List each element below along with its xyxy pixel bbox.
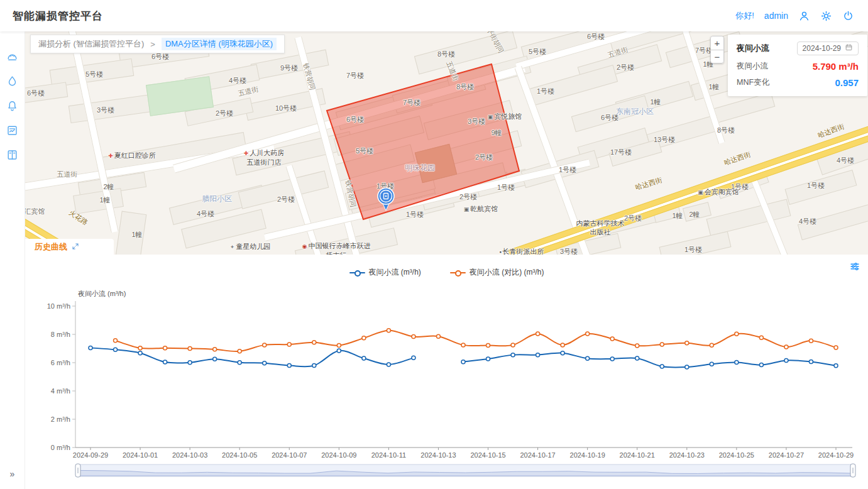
svg-text:夜间小流 (m³/h): 夜间小流 (m³/h)	[78, 290, 126, 297]
map-label: 腊阳小区	[202, 194, 232, 204]
sidebar: »	[0, 31, 25, 489]
map-label: ▣宾悦旅馆	[488, 112, 522, 121]
legend-item-0[interactable]: 夜间小流 (m³/h)	[349, 267, 421, 278]
app-title: 智能漏损管控平台	[13, 9, 103, 23]
settings-icon[interactable]	[820, 10, 832, 22]
svg-text:4 m³/h: 4 m³/h	[51, 387, 70, 395]
svg-text:2024-10-15: 2024-10-15	[470, 451, 505, 459]
breadcrumb-current[interactable]: DMA分区详情 (明珠花园小区)	[162, 38, 277, 50]
map-label: 2幢	[689, 210, 700, 219]
svg-text:2024-10-05: 2024-10-05	[222, 451, 257, 459]
mnf-label: MNF变化	[737, 77, 769, 88]
map-zoom-in-button[interactable]: +	[710, 36, 724, 50]
map-label: 13号楼	[654, 135, 675, 144]
svg-text:2024-10-11: 2024-10-11	[371, 451, 406, 459]
svg-text:2024-10-07: 2024-10-07	[272, 451, 307, 459]
map-label: 8号楼	[437, 50, 455, 58]
svg-text:2024-10-19: 2024-10-19	[570, 451, 605, 459]
map-label: 3号楼	[97, 106, 114, 114]
flow-value: 5.790 m³/h	[813, 61, 859, 72]
map-label: 五道街	[57, 170, 78, 179]
map-label: 8号楼	[717, 126, 735, 135]
sidebar-item-records[interactable]	[5, 147, 20, 162]
history-chart-section: 夜间小流 (m³/h)夜间小流 (对比) (m³/h) 0 m³/h2 m³/h…	[25, 255, 868, 489]
sidebar-item-alerts[interactable]	[5, 98, 20, 113]
breadcrumb-separator: >	[150, 40, 155, 49]
map-marker-pin[interactable]	[375, 187, 397, 216]
map-label: 1幢	[672, 211, 683, 220]
map-label: 3号楼	[560, 247, 578, 255]
map-label: 9幢	[491, 128, 502, 137]
map-label: 1号楼	[559, 165, 576, 174]
map-label: 3号楼	[468, 117, 485, 126]
map-label: 2号楼	[624, 214, 642, 223]
breadcrumb-parent[interactable]: 漏损分析 (智信漏损管控平台)	[38, 38, 144, 50]
legend-item-1[interactable]: 夜间小流 (对比) (m³/h)	[450, 267, 544, 278]
map-label: 4号楼	[799, 217, 816, 226]
sidebar-menu	[5, 49, 20, 172]
map-label: ✚夏红口腔诊所	[108, 151, 156, 160]
map-label: 1号楼	[684, 245, 702, 254]
map-view[interactable]: 6号楼5号楼6号楼3号楼9号楼4号楼7号楼10号楼2号楼五道街五道街五道街五道街…	[25, 31, 868, 255]
power-icon[interactable]	[842, 10, 854, 22]
map-label: 1号楼	[537, 87, 554, 96]
map-label: 4号楼	[197, 209, 214, 218]
map-label: 2号楼	[617, 63, 634, 72]
map-label: 2号楼	[216, 109, 233, 118]
history-curve-tab[interactable]: 历史曲线	[25, 239, 114, 255]
map-zoom-out-button[interactable]: −	[710, 50, 724, 63]
svg-text:2024-10-27: 2024-10-27	[769, 451, 804, 459]
history-chart: 0 m³/h2 m³/h4 m³/h6 m³/h8 m³/h10 m³/h夜间小…	[25, 255, 868, 489]
date-picker[interactable]: 2024-10-29	[797, 41, 859, 55]
map-label: 7号楼	[403, 98, 420, 107]
map-label: 8号楼	[456, 82, 474, 91]
svg-text:2024-10-21: 2024-10-21	[620, 451, 655, 459]
svg-text:2024-10-01: 2024-10-01	[123, 451, 158, 459]
sidebar-item-water[interactable]	[5, 74, 20, 89]
sidebar-item-reports[interactable]	[5, 123, 20, 138]
mnf-value: 0.957	[835, 77, 859, 88]
map-label: 17号楼	[610, 148, 632, 157]
map-label: ◉中国银行赤峰市跃进 桥支行	[302, 241, 371, 255]
map-label: 5号楼	[529, 47, 546, 56]
svg-text:2024-10-17: 2024-10-17	[520, 451, 555, 459]
svg-text:2 m³/h: 2 m³/h	[51, 415, 70, 423]
map-label: 2号楼	[475, 153, 493, 162]
map-label: 6号楼	[27, 89, 45, 97]
panel-title: 夜间小流	[737, 43, 769, 54]
map-label: 汇宾馆	[25, 207, 45, 216]
date-value: 2024-10-29	[803, 44, 841, 53]
svg-text:2024-10-13: 2024-10-13	[420, 451, 456, 459]
svg-text:2024-09-29: 2024-09-29	[73, 451, 108, 459]
map-label: 2号楼	[277, 195, 295, 204]
map-label: 明珠花园	[405, 163, 435, 173]
map-label: 6号楼	[587, 32, 605, 41]
map-label: 1号楼	[406, 210, 424, 219]
breadcrumb: 漏损分析 (智信漏损管控平台) > DMA分区详情 (明珠花园小区)	[30, 35, 285, 53]
map-label: 6号楼	[346, 115, 364, 124]
user-icon[interactable]	[798, 10, 810, 22]
map-label: 1幢	[131, 230, 142, 239]
sidebar-item-dashboard[interactable]	[5, 49, 20, 64]
svg-text:0 m³/h: 0 m³/h	[51, 444, 70, 451]
expand-icon[interactable]	[72, 241, 79, 253]
map-label: 1号楼	[731, 182, 749, 191]
map-label: 4号楼	[837, 156, 854, 165]
mnf-info-panel: 夜间小流 2024-10-29 夜间小流 5.790 m³/h MNF变化 0.…	[728, 35, 867, 96]
map-label: 10号楼	[275, 104, 297, 113]
top-header: 智能漏损管控平台 你好! admin	[0, 0, 868, 31]
chart-settings-icon[interactable]	[849, 261, 860, 275]
svg-text:10 m³/h: 10 m³/h	[47, 302, 70, 310]
map-label: 6号楼	[601, 113, 618, 122]
map-label: ▪长青街派出所	[499, 247, 544, 255]
map-label: 内蒙古科学技术 出版社	[576, 219, 625, 237]
map-label: 4号楼	[229, 76, 246, 85]
username[interactable]: admin	[764, 11, 788, 21]
map-label: ✚人川大药房 五道街门店	[244, 148, 285, 167]
map-label: 2幢	[103, 182, 114, 191]
history-curve-label: 历史曲线	[35, 241, 67, 253]
map-label: 5号楼	[85, 70, 103, 79]
map-label: 7号楼	[346, 71, 364, 80]
map-label: 1号楼	[497, 183, 515, 192]
sidebar-collapse-button[interactable]: »	[10, 469, 15, 479]
